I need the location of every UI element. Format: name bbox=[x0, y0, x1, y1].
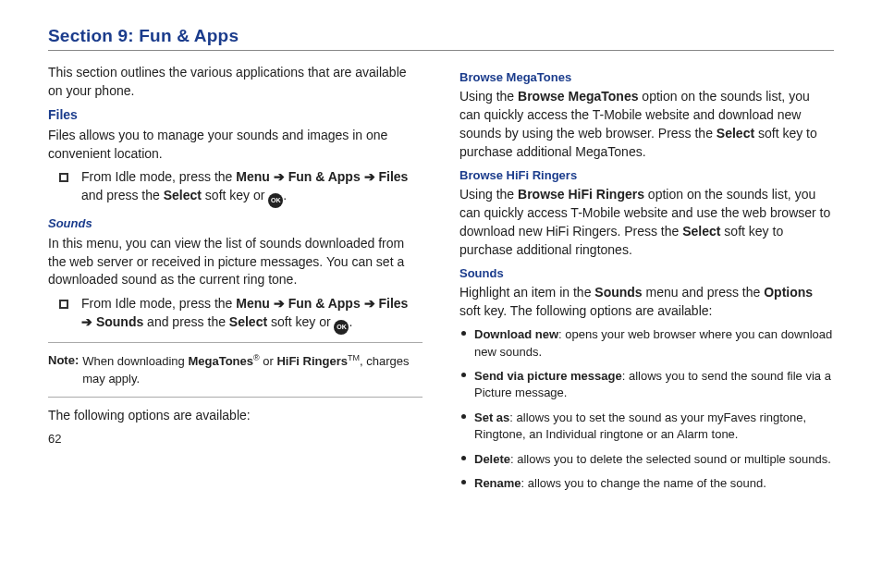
sounds-text: In this menu, you can view the list of s… bbox=[48, 235, 423, 290]
options-list: Download new: opens your web browser whe… bbox=[459, 326, 834, 493]
sounds-sub-heading: Sounds bbox=[459, 265, 834, 282]
files-heading: Files bbox=[48, 106, 423, 125]
right-column: Browse MegaTones Using the Browse MegaTo… bbox=[459, 64, 834, 500]
divider bbox=[48, 342, 423, 343]
square-bullet-icon bbox=[59, 300, 68, 309]
list-item: Delete: allows you to delete the selecte… bbox=[459, 451, 834, 468]
divider bbox=[48, 397, 423, 398]
note-body: When downloading MegaTones® or HiFi Ring… bbox=[82, 352, 423, 387]
note-label: Note: bbox=[48, 352, 79, 387]
list-text: From Idle mode, press the Menu ➔ Fun & A… bbox=[81, 295, 423, 335]
section-title: Section 9: Fun & Apps bbox=[48, 26, 834, 51]
browse-hifi-text: Using the Browse HiFi Ringers option on … bbox=[459, 186, 834, 260]
list-item: From Idle mode, press the Menu ➔ Fun & A… bbox=[59, 168, 423, 208]
browse-hifi-heading: Browse HiFi Ringers bbox=[459, 167, 834, 184]
list-item: Download new: opens your web browser whe… bbox=[459, 326, 834, 361]
sounds-sub-text: Highlight an item in the Sounds menu and… bbox=[459, 284, 834, 321]
files-text: Files allows you to manage your sounds a… bbox=[48, 127, 423, 164]
left-column: This section outlines the various applic… bbox=[48, 64, 423, 500]
list-item: From Idle mode, press the Menu ➔ Fun & A… bbox=[59, 295, 423, 335]
page: Section 9: Fun & Apps This section outli… bbox=[0, 0, 882, 517]
list-item: Send via picture message: allows you to … bbox=[459, 368, 834, 402]
options-text: The following options are available: bbox=[48, 407, 423, 425]
intro-text: This section outlines the various applic… bbox=[48, 64, 423, 101]
list-item: Rename: allows you to change the name of… bbox=[459, 475, 834, 492]
square-bullet-icon bbox=[59, 173, 68, 182]
page-number: 62 bbox=[48, 431, 423, 447]
ok-icon: OK bbox=[268, 193, 283, 208]
ok-icon: OK bbox=[334, 320, 349, 335]
list-text: From Idle mode, press the Menu ➔ Fun & A… bbox=[81, 168, 423, 208]
list-item: Set as: allows you to set the sound as y… bbox=[459, 410, 834, 444]
browse-megatones-text: Using the Browse MegaTones option on the… bbox=[459, 88, 834, 162]
columns: This section outlines the various applic… bbox=[48, 64, 834, 500]
browse-megatones-heading: Browse MegaTones bbox=[459, 69, 834, 86]
sounds-heading: Sounds bbox=[48, 215, 423, 232]
note: Note: When downloading MegaTones® or HiF… bbox=[48, 352, 423, 387]
